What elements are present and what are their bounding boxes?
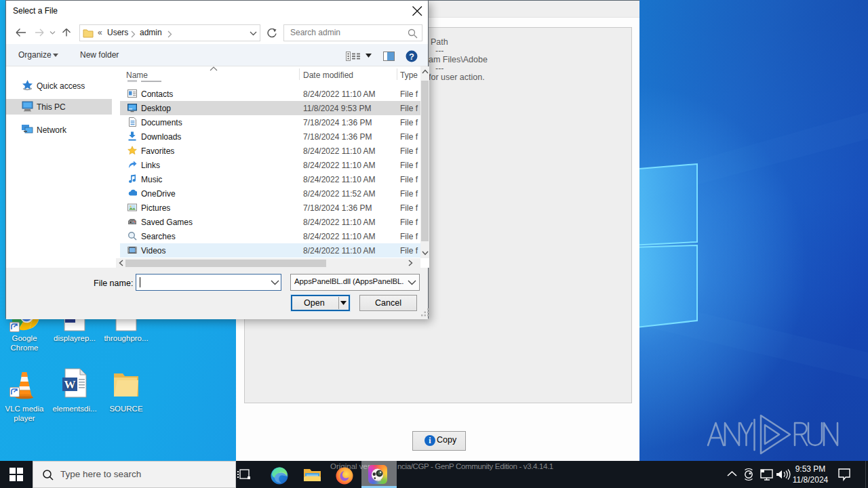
svg-text:W: W xyxy=(64,378,76,391)
svg-text:?: ? xyxy=(409,52,414,62)
